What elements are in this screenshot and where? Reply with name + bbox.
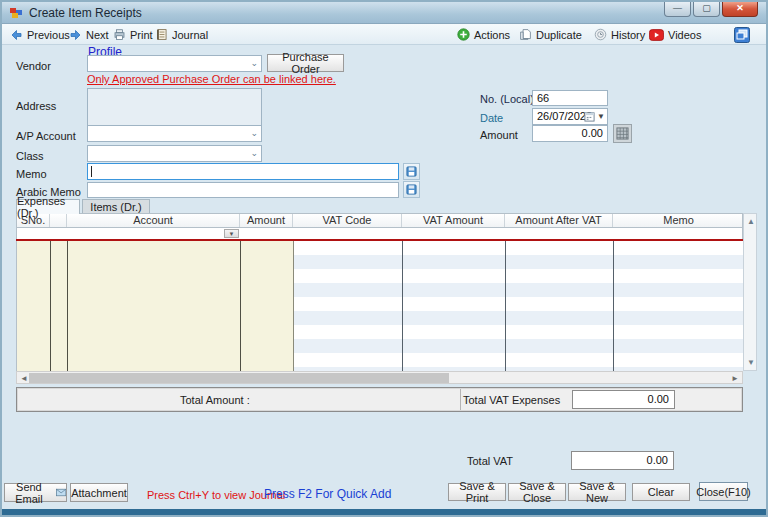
scroll-right-icon[interactable]: ► xyxy=(731,373,739,384)
clear-button[interactable]: Clear xyxy=(632,483,690,501)
minimize-button[interactable]: — xyxy=(664,2,691,17)
text-caret xyxy=(91,166,92,177)
totals-bar: Total Amount : Total VAT Expenses 0.00 xyxy=(16,387,743,412)
total-vat-field[interactable]: 0.00 xyxy=(571,451,674,470)
floppy-disk-icon xyxy=(406,184,417,195)
purchase-order-button[interactable]: Purchase Order xyxy=(267,54,344,72)
previous-button[interactable]: Previous xyxy=(7,26,73,43)
grid-body[interactable] xyxy=(16,241,743,371)
readonly-columns-area xyxy=(293,241,744,371)
no-local-label: No. (Local) xyxy=(480,93,534,105)
restore-window-icon xyxy=(734,27,750,43)
videos-button[interactable]: Videos xyxy=(646,26,704,43)
totals-divider xyxy=(460,389,461,410)
app-icon xyxy=(9,6,23,20)
history-clock-icon xyxy=(594,28,607,41)
arrow-left-icon xyxy=(10,29,23,41)
amount-field[interactable]: 0.00 xyxy=(532,125,608,142)
column-header-vat-amount[interactable]: VAT Amount xyxy=(402,214,505,227)
memo-label: Memo xyxy=(16,168,47,180)
send-email-button[interactable]: Send Email xyxy=(4,483,67,502)
grid-filter-row[interactable]: ▼ xyxy=(16,228,743,239)
horizontal-scroll-thumb[interactable] xyxy=(29,373,449,383)
chevron-down-icon: ⌄ xyxy=(250,58,258,68)
window-title: Create Item Receipts xyxy=(29,6,142,20)
horizontal-scrollbar[interactable]: ◄ ► xyxy=(16,371,743,384)
vendor-combobox[interactable]: ⌄ xyxy=(87,55,262,72)
column-header-vat-code[interactable]: VAT Code xyxy=(293,214,402,227)
journal-icon xyxy=(156,28,168,41)
arabic-memo-field[interactable] xyxy=(87,182,399,198)
calendar-icon xyxy=(584,111,595,122)
next-button[interactable]: Next xyxy=(66,26,112,43)
attachment-button[interactable]: Attachment xyxy=(70,483,128,502)
total-vat-expenses-field[interactable]: 0.00 xyxy=(572,390,675,409)
journal-button[interactable]: Journal xyxy=(153,26,211,43)
account-filter-dropdown[interactable]: ▼ xyxy=(224,229,239,238)
grid-header-row: SNo. Account Amount VAT Code VAT Amount … xyxy=(16,213,743,228)
calculator-icon xyxy=(616,127,629,140)
no-local-field[interactable]: 66 xyxy=(532,90,608,106)
plus-circle-icon xyxy=(457,28,470,41)
column-divider xyxy=(402,241,403,371)
window-bottom-frame xyxy=(2,509,766,515)
column-divider xyxy=(505,241,506,371)
youtube-icon xyxy=(649,29,664,41)
column-header-amount[interactable]: Amount xyxy=(240,214,293,227)
history-button[interactable]: History xyxy=(591,26,648,43)
envelope-icon xyxy=(56,488,66,497)
editable-columns-area[interactable] xyxy=(17,241,293,371)
copy-page-icon xyxy=(519,28,532,41)
amount-label: Amount xyxy=(480,129,518,141)
save-and-new-button[interactable]: Save & New xyxy=(568,483,626,501)
chevron-down-icon: ▼ xyxy=(597,112,605,121)
calculator-button[interactable] xyxy=(613,124,632,143)
address-field[interactable] xyxy=(87,88,262,127)
save-and-close-button[interactable]: Save & Close xyxy=(508,483,566,501)
maximize-button[interactable]: ▢ xyxy=(693,2,720,17)
chevron-down-icon: ⌄ xyxy=(250,148,258,158)
total-amount-label: Total Amount : xyxy=(180,394,250,406)
column-divider xyxy=(50,241,51,371)
date-picker[interactable]: 26/07/2022 ▼ xyxy=(532,108,608,125)
vendor-label: Vendor xyxy=(16,60,51,72)
popup-window-button[interactable] xyxy=(731,26,753,43)
purchase-order-warning: Only Approved Purchase Order can be link… xyxy=(87,73,336,85)
total-vat-expenses-label: Total VAT Expenses xyxy=(463,394,560,406)
arabic-memo-translate-button[interactable] xyxy=(403,181,420,198)
arrow-right-icon xyxy=(69,29,82,41)
column-header-account[interactable]: Account xyxy=(67,214,240,227)
column-divider xyxy=(613,241,614,371)
class-combobox[interactable]: ⌄ xyxy=(87,145,262,162)
quick-add-hint-text: Press F2 For Quick Add xyxy=(264,487,391,501)
duplicate-button[interactable]: Duplicate xyxy=(516,26,585,43)
close-f10-button[interactable]: Close(F10) xyxy=(699,482,748,501)
save-and-print-button[interactable]: Save & Print xyxy=(448,483,506,501)
printer-icon xyxy=(113,29,126,41)
column-divider xyxy=(67,241,68,371)
class-label: Class xyxy=(16,150,44,162)
title-bar: Create Item Receipts — ▢ ✕ xyxy=(2,2,766,24)
date-label: Date xyxy=(480,112,503,124)
actions-button[interactable]: Actions xyxy=(454,26,513,43)
create-item-receipts-window: Create Item Receipts — ▢ ✕ Previous Next… xyxy=(0,0,768,517)
scroll-up-icon[interactable]: ▲ xyxy=(747,216,755,227)
scroll-down-icon[interactable]: ▼ xyxy=(747,357,755,368)
floppy-disk-icon xyxy=(406,166,417,177)
memo-translate-button[interactable] xyxy=(403,163,420,180)
close-button[interactable]: ✕ xyxy=(722,2,758,17)
column-header-memo[interactable]: Memo xyxy=(613,214,744,227)
vertical-scrollbar[interactable]: ▲ ▼ xyxy=(743,213,757,371)
tab-items-dr[interactable]: Items (Dr.) xyxy=(82,199,150,214)
ap-account-combobox[interactable]: ⌄ xyxy=(87,125,262,142)
column-divider xyxy=(240,241,241,371)
address-label: Address xyxy=(16,100,56,112)
ap-account-label: A/P Account xyxy=(16,130,76,142)
print-button[interactable]: Print xyxy=(110,26,156,43)
tab-expenses-dr[interactable]: Expenses (Dr.) xyxy=(16,199,80,214)
column-divider xyxy=(293,241,294,371)
column-header-amount-after-vat[interactable]: Amount After VAT xyxy=(505,214,613,227)
scroll-left-icon[interactable]: ◄ xyxy=(20,373,28,384)
total-vat-label: Total VAT xyxy=(467,455,513,467)
memo-field[interactable] xyxy=(87,163,399,180)
